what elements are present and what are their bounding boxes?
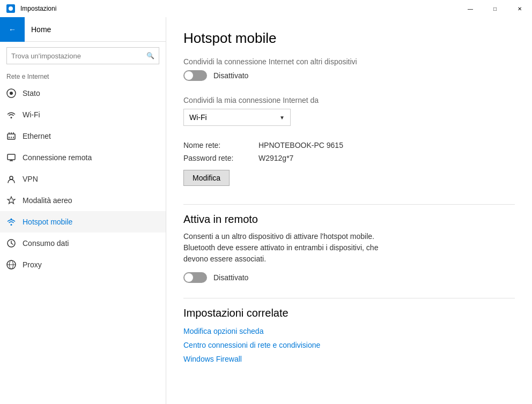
- proxy-icon: [6, 260, 16, 270]
- aereo-icon: [6, 196, 16, 205]
- correlate-title: Impostazioni correlate: [183, 307, 515, 319]
- minimize-button[interactable]: —: [458, 0, 483, 17]
- sidebar-item-label-stato: Stato: [23, 89, 40, 98]
- connessione-da-section: Condividi la mia connessione Internet da…: [183, 96, 515, 126]
- sidebar-item-label-vpn: VPN: [23, 175, 38, 183]
- sidebar-item-label-connessione-remota: Connessione remota: [23, 153, 92, 162]
- sidebar-item-proxy[interactable]: Proxy: [0, 254, 166, 275]
- settings-window: Impostazioni — □ ✕ ← Home 🔍 Rete e Inter…: [0, 0, 532, 404]
- link-windows-firewall[interactable]: Windows Firewall: [183, 355, 515, 363]
- network-info-section: Nome rete: HPNOTEBOOK-PC 9615 Password r…: [183, 141, 515, 189]
- page-title: Hotspot mobile: [183, 30, 515, 47]
- home-label: Home: [25, 25, 51, 34]
- content-area: ← Home 🔍 Rete e Internet Stato: [0, 17, 532, 404]
- sidebar-section-label: Rete e Internet: [0, 70, 166, 83]
- search-box[interactable]: 🔍: [6, 47, 159, 64]
- hotspot-icon: [6, 217, 16, 227]
- sidebar-item-ethernet[interactable]: Ethernet: [0, 125, 166, 147]
- attiva-desc: Consenti a un altro dispositivo di attiv…: [183, 231, 398, 265]
- sidebar-item-consumo-dati[interactable]: Consumo dati: [0, 233, 166, 254]
- sidebar: ← Home 🔍 Rete e Internet Stato: [0, 17, 166, 404]
- search-input[interactable]: [11, 52, 146, 60]
- svg-point-0: [9, 6, 13, 11]
- connessione-remota-icon: [6, 153, 16, 162]
- sidebar-item-wifi[interactable]: Wi-Fi: [0, 104, 166, 125]
- sidebar-item-stato[interactable]: Stato: [0, 83, 166, 104]
- attiva-title: Attiva in remoto: [183, 213, 515, 226]
- password-row: Password rete: W2912g*7: [183, 154, 515, 162]
- svg-point-2: [10, 92, 13, 95]
- password-value: W2912g*7: [258, 154, 293, 162]
- svg-point-14: [11, 219, 12, 220]
- sidebar-item-label-consumo-dati: Consumo dati: [23, 239, 69, 248]
- sidebar-item-vpn[interactable]: VPN: [0, 168, 166, 190]
- modifica-button[interactable]: Modifica: [183, 170, 230, 186]
- sidebar-item-label-proxy: Proxy: [23, 260, 42, 269]
- nome-rete-value: HPNOTEBOOK-PC 9615: [258, 141, 343, 149]
- sidebar-header: ← Home: [0, 17, 166, 42]
- sidebar-item-modalita-aereo[interactable]: Modalità aereo: [0, 190, 166, 211]
- ethernet-icon: [6, 131, 16, 141]
- sidebar-item-connessione-remota[interactable]: Connessione remota: [0, 147, 166, 168]
- divider-2: [183, 298, 515, 298]
- toggle-hotspot-wrapper: Disattivato: [183, 70, 515, 81]
- toggle-remoto-label: Disattivato: [213, 273, 248, 282]
- consumo-dati-icon: [6, 238, 16, 248]
- app-icon: [6, 4, 15, 13]
- titlebar-left: Impostazioni: [6, 4, 56, 13]
- toggle-remoto-knob: [184, 273, 193, 282]
- stato-icon: [6, 88, 16, 98]
- search-icon: 🔍: [146, 52, 154, 59]
- dropdown-value: Wi-Fi: [189, 113, 207, 122]
- hotspot-section: Condividi la connessione Internet con al…: [183, 57, 515, 81]
- sidebar-item-label-ethernet: Ethernet: [23, 132, 51, 140]
- toggle-remoto[interactable]: [183, 272, 207, 283]
- sidebar-item-label-wifi: Wi-Fi: [23, 110, 40, 119]
- titlebar: Impostazioni — □ ✕: [0, 0, 532, 17]
- connessione-dropdown[interactable]: Wi-Fi ▼: [183, 109, 291, 126]
- toggle-hotspot[interactable]: [183, 70, 207, 81]
- maximize-button[interactable]: □: [483, 0, 507, 17]
- main-content: Hotspot mobile Condividi la connessione …: [166, 17, 532, 404]
- toggle-hotspot-knob: [184, 71, 193, 80]
- divider-1: [183, 204, 515, 205]
- nome-rete-label: Nome rete:: [183, 141, 258, 149]
- wifi-icon: [6, 110, 16, 119]
- connessione-label: Condividi la mia connessione Internet da: [183, 96, 515, 104]
- svg-point-13: [10, 176, 13, 179]
- link-modifica-opzioni[interactable]: Modifica opzioni scheda: [183, 327, 515, 335]
- link-centro-connessioni[interactable]: Centro connessioni di rete e condivision…: [183, 341, 515, 349]
- sidebar-item-label-modalita-aereo: Modalità aereo: [23, 196, 72, 205]
- close-button[interactable]: ✕: [507, 0, 532, 17]
- remoto-section: Attiva in remoto Consenti a un altro dis…: [183, 213, 515, 283]
- back-button[interactable]: ←: [0, 17, 25, 42]
- toggle-hotspot-label: Disattivato: [213, 71, 248, 80]
- back-icon: ←: [9, 25, 16, 34]
- toggle-remoto-wrapper: Disattivato: [183, 272, 515, 283]
- sidebar-item-hotspot-mobile[interactable]: Hotspot mobile: [0, 211, 166, 233]
- titlebar-title: Impostazioni: [20, 5, 56, 12]
- password-label: Password rete:: [183, 154, 258, 162]
- svg-rect-10: [8, 154, 15, 160]
- sidebar-item-label-hotspot-mobile: Hotspot mobile: [23, 218, 72, 226]
- vpn-icon: [6, 174, 16, 184]
- titlebar-controls: — □ ✕: [458, 0, 532, 17]
- condividi-label: Condividi la connessione Internet con al…: [183, 57, 515, 66]
- nome-rete-row: Nome rete: HPNOTEBOOK-PC 9615: [183, 141, 515, 149]
- chevron-down-icon: ▼: [279, 115, 285, 121]
- correlate-section: Impostazioni correlate Modifica opzioni …: [183, 307, 515, 363]
